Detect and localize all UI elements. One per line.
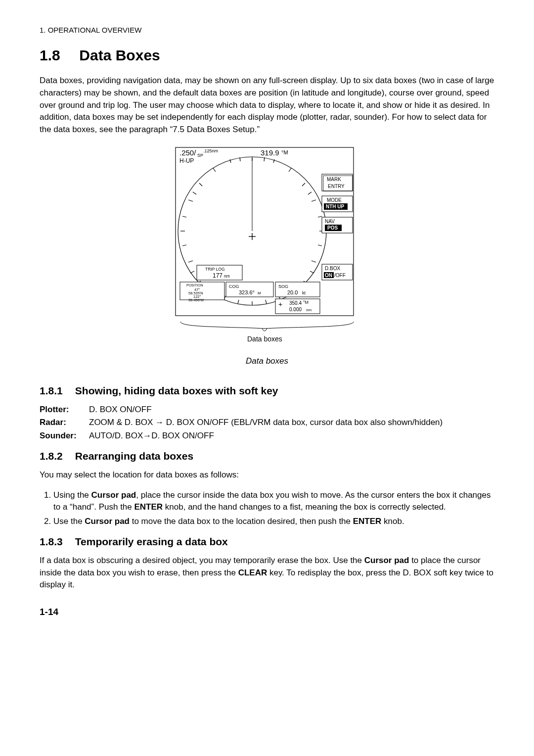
svg-text:+: + bbox=[278, 300, 282, 308]
subsection-182-title: Rearranging data boxes bbox=[75, 450, 193, 462]
databox-sog: SOG 20.0 kt bbox=[275, 282, 320, 297]
section-number: 1.8 bbox=[40, 45, 75, 66]
subsection-182-num: 1.8.2 bbox=[40, 449, 72, 464]
svg-text:COG: COG bbox=[229, 284, 239, 289]
sec182-lead: You may select the location for data box… bbox=[40, 469, 494, 481]
softkey-dbox-onoff: D.BOX ON /OFF bbox=[322, 264, 353, 280]
softkey-nav-pos: NAV POS bbox=[322, 217, 353, 233]
svg-text:TRIP LOG: TRIP LOG bbox=[205, 267, 225, 272]
radar-value: ZOOM & D. BOX → D. BOX ON/OFF (EBL/VRM d… bbox=[89, 417, 494, 429]
step-2: Use the Cursor pad to move the data box … bbox=[53, 516, 494, 528]
softkey-mode-nthup: MODE NTH UP bbox=[322, 196, 353, 212]
radar-diagram-svg: .250/ SP .125nm H-UP 319.9 °M MARK ENTRY… bbox=[166, 144, 368, 352]
svg-text:kt: kt bbox=[302, 290, 306, 295]
svg-text:°M: °M bbox=[303, 300, 309, 305]
svg-text:MARK: MARK bbox=[327, 177, 341, 182]
subsection-181-title: Showing, hiding data boxes with soft key bbox=[75, 385, 278, 396]
svg-text:ON: ON bbox=[325, 273, 332, 278]
svg-text:MODE: MODE bbox=[327, 197, 342, 203]
ring-range: .125nm bbox=[203, 148, 218, 153]
svg-text:/OFF: /OFF bbox=[334, 273, 346, 278]
sec183-body: If a data box is obscuring a desired obj… bbox=[40, 555, 494, 591]
page-number: 1-14 bbox=[40, 605, 494, 619]
svg-text:177: 177 bbox=[213, 272, 222, 279]
svg-text:nm: nm bbox=[224, 274, 230, 279]
svg-text:NTH UP: NTH UP bbox=[326, 204, 345, 209]
range-sp: SP bbox=[197, 153, 203, 158]
subsection-183-heading: 1.8.3 Temporarily erasing a data box bbox=[40, 534, 494, 549]
step-1: Using the Cursor pad, place the cursor i… bbox=[53, 489, 494, 514]
rearranging-steps: Using the Cursor pad, place the cursor i… bbox=[40, 489, 494, 528]
sounder-value: AUTO/D. BOX→D. BOX ON/OFF bbox=[89, 430, 494, 442]
svg-text:M: M bbox=[258, 291, 261, 295]
subsection-182-heading: 1.8.2 Rearranging data boxes bbox=[40, 449, 494, 464]
subsection-181-heading: 1.8.1 Showing, hiding data boxes with so… bbox=[40, 383, 494, 398]
subsection-181-num: 1.8.1 bbox=[40, 383, 72, 398]
svg-text:350.4: 350.4 bbox=[289, 300, 302, 306]
orientation-mode: H-UP bbox=[179, 157, 194, 164]
brace-label: Data boxes bbox=[247, 335, 282, 343]
heading-value: 319.9 bbox=[261, 148, 279, 157]
softkey-mapping: Plotter: D. BOX ON/OFF Radar: ZOOM & D. … bbox=[40, 404, 494, 442]
databox-triplog: TRIP LOG 177 nm bbox=[197, 265, 242, 280]
databox-cog: COG 323.6° M bbox=[226, 282, 273, 297]
intro-paragraph: Data boxes, providing navigation data, m… bbox=[40, 75, 494, 136]
databox-position: POSITION 47° 58.535'N 122° 36.496'W bbox=[180, 282, 224, 302]
svg-text:20.0: 20.0 bbox=[287, 289, 298, 295]
svg-text:D.BOX: D.BOX bbox=[325, 266, 340, 271]
radar-label: Radar: bbox=[40, 417, 89, 429]
svg-text:SOG: SOG bbox=[278, 284, 288, 289]
plotter-label: Plotter: bbox=[40, 404, 89, 416]
subsection-183-num: 1.8.3 bbox=[40, 534, 72, 549]
databox-cursor: + 350.4 °M 0.000 nm bbox=[275, 299, 320, 314]
svg-text:36.496'W: 36.496'W bbox=[188, 298, 204, 302]
svg-text:POSITION: POSITION bbox=[186, 284, 203, 287]
svg-text:0.000: 0.000 bbox=[289, 307, 302, 312]
svg-text:NAV: NAV bbox=[325, 219, 335, 224]
softkey-mark-entry: MARK ENTRY bbox=[322, 174, 353, 191]
svg-text:323.6°: 323.6° bbox=[239, 289, 255, 295]
section-title: Data Boxes bbox=[79, 47, 160, 63]
subsection-183-title: Temporarily erasing a data box bbox=[75, 536, 228, 547]
heading-unit: °M bbox=[281, 149, 288, 155]
sounder-label: Sounder: bbox=[40, 430, 89, 442]
figure-data-boxes: .250/ SP .125nm H-UP 319.9 °M MARK ENTRY… bbox=[40, 144, 494, 377]
section-heading: 1.8 Data Boxes bbox=[40, 45, 494, 66]
figure-caption: Data boxes bbox=[246, 355, 288, 368]
page-header: 1. OPERATIONAL OVERVIEW bbox=[40, 25, 494, 36]
svg-text:nm: nm bbox=[306, 308, 312, 312]
range-val: .250/ bbox=[179, 148, 196, 157]
svg-text:ENTRY: ENTRY bbox=[328, 184, 345, 189]
plotter-value: D. BOX ON/OFF bbox=[89, 404, 494, 416]
svg-text:POS: POS bbox=[327, 225, 338, 231]
